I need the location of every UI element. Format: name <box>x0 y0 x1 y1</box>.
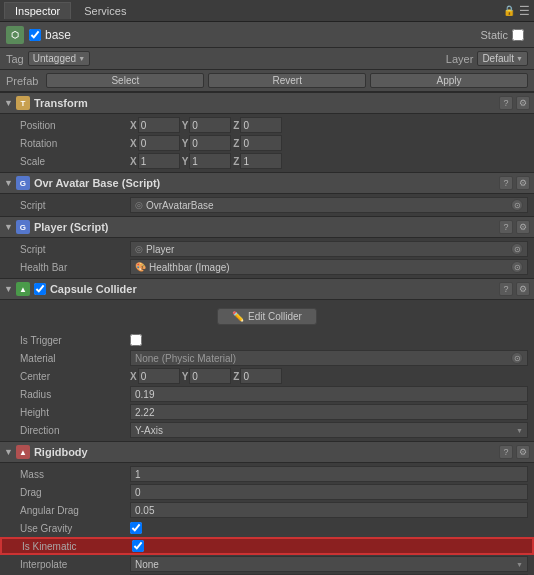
scale-x[interactable] <box>138 153 180 169</box>
rigidbody-props: Mass Drag Angular Drag Use Gravity Is Ki… <box>0 463 534 575</box>
transform-title: Transform <box>34 97 499 109</box>
health-bar-value: Healthbar (Image) <box>149 262 230 273</box>
hb-ref-btn[interactable]: ⊙ <box>511 261 523 273</box>
active-checkbox[interactable] <box>29 29 41 41</box>
trigger-checkbox[interactable] <box>130 334 142 346</box>
apply-button[interactable]: Apply <box>370 73 528 88</box>
radius-field[interactable] <box>130 386 528 402</box>
edit-collider-icon: ✏️ <box>232 311 244 322</box>
menu-icon[interactable]: ☰ <box>519 4 530 18</box>
direction-value: Y-Axis <box>135 425 163 436</box>
collider-active-checkbox[interactable] <box>34 283 46 295</box>
edit-collider-button[interactable]: ✏️ Edit Collider <box>217 308 317 325</box>
use-gravity-label: Use Gravity <box>20 523 130 534</box>
player-gear-btn[interactable]: ⚙ <box>516 220 530 234</box>
collider-gear-btn[interactable]: ⚙ <box>516 282 530 296</box>
trigger-row: Is Trigger <box>0 331 534 349</box>
material-label: Material <box>20 353 130 364</box>
center-xyz: X Y Z <box>130 368 528 384</box>
collider-title: Capsule Collider <box>50 283 499 295</box>
ovr-script-row: Script ◎ OvrAvatarBase ⊙ <box>0 196 534 214</box>
rigidbody-arrow: ▼ <box>4 447 13 457</box>
player-script-value: Player <box>146 244 174 255</box>
revert-button[interactable]: Revert <box>208 73 366 88</box>
drag-row: Drag <box>0 483 534 501</box>
rotation-x[interactable] <box>138 135 180 151</box>
position-z[interactable] <box>240 117 282 133</box>
object-name: base <box>45 28 480 42</box>
center-y[interactable] <box>189 368 231 384</box>
health-bar-label: Health Bar <box>20 262 130 273</box>
material-field[interactable]: None (Physic Material) ⊙ <box>130 350 528 366</box>
player-script-row: Script ◎ Player ⊙ <box>0 240 534 258</box>
player-script-label: Script <box>20 244 130 255</box>
drag-label: Drag <box>20 487 130 498</box>
direction-dropdown[interactable]: Y-Axis <box>130 422 528 438</box>
tag-dropdown[interactable]: Untagged <box>28 51 90 66</box>
transform-section-header[interactable]: ▼ T Transform ? ⚙ <box>0 92 534 114</box>
ovr-info-btn[interactable]: ? <box>499 176 513 190</box>
object-icon: ⬡ <box>6 26 24 44</box>
angular-drag-label: Angular Drag <box>20 505 130 516</box>
select-button[interactable]: Select <box>46 73 204 88</box>
angular-drag-row: Angular Drag <box>0 501 534 519</box>
player-section-header[interactable]: ▼ G Player (Script) ? ⚙ <box>0 216 534 238</box>
transform-arrow: ▼ <box>4 98 13 108</box>
ovr-script-label: Script <box>20 200 130 211</box>
scale-z[interactable] <box>240 153 282 169</box>
direction-row: Direction Y-Axis <box>0 421 534 439</box>
interpolate-dropdown[interactable]: None <box>130 556 528 572</box>
ovr-section-header[interactable]: ▼ G Ovr Avatar Base (Script) ? ⚙ <box>0 172 534 194</box>
collider-info-btn[interactable]: ? <box>499 282 513 296</box>
prefab-label: Prefab <box>6 75 38 87</box>
use-gravity-row: Use Gravity <box>0 519 534 537</box>
tab-inspector[interactable]: Inspector <box>4 2 71 19</box>
position-x[interactable] <box>138 117 180 133</box>
interpolate-label: Interpolate <box>20 559 130 570</box>
player-info-btn[interactable]: ? <box>499 220 513 234</box>
mass-label: Mass <box>20 469 130 480</box>
collider-arrow: ▼ <box>4 284 13 294</box>
player-script-ref: ◎ Player ⊙ <box>130 241 528 257</box>
rigidbody-gear-btn[interactable]: ⚙ <box>516 445 530 459</box>
position-y[interactable] <box>189 117 231 133</box>
player-ref-btn[interactable]: ⊙ <box>511 243 523 255</box>
lock-icon[interactable]: 🔒 <box>503 5 515 16</box>
radius-label: Radius <box>20 389 130 400</box>
player-arrow: ▼ <box>4 222 13 232</box>
position-xyz: X Y Z <box>130 117 528 133</box>
direction-label: Direction <box>20 425 130 436</box>
ovr-gear-btn[interactable]: ⚙ <box>516 176 530 190</box>
height-field[interactable] <box>130 404 528 420</box>
health-bar-row: Health Bar 🎨 Healthbar (Image) ⊙ <box>0 258 534 276</box>
rotation-row: Rotation X Y Z <box>0 134 534 152</box>
object-header: ⬡ base Static <box>0 22 534 48</box>
material-row: Material None (Physic Material) ⊙ <box>0 349 534 367</box>
tab-services[interactable]: Services <box>73 2 137 19</box>
ovr-ref-btn[interactable]: ⊙ <box>511 199 523 211</box>
scale-y[interactable] <box>189 153 231 169</box>
is-kinematic-checkbox[interactable] <box>132 540 144 552</box>
rotation-y[interactable] <box>189 135 231 151</box>
center-row: Center X Y Z <box>0 367 534 385</box>
rigidbody-info-btn[interactable]: ? <box>499 445 513 459</box>
drag-field[interactable] <box>130 484 528 500</box>
collider-section-header[interactable]: ▼ ▲ Capsule Collider ? ⚙ <box>0 278 534 300</box>
rigidbody-icon: ▲ <box>16 445 30 459</box>
collider-icon: ▲ <box>16 282 30 296</box>
inspector-panel: ⬡ base Static Tag Untagged Layer Default… <box>0 22 534 575</box>
center-z[interactable] <box>240 368 282 384</box>
layer-dropdown[interactable]: Default <box>477 51 528 66</box>
mass-field[interactable] <box>130 466 528 482</box>
static-checkbox[interactable] <box>512 29 524 41</box>
transform-info-btn[interactable]: ? <box>499 96 513 110</box>
use-gravity-checkbox[interactable] <box>130 522 142 534</box>
transform-gear-btn[interactable]: ⚙ <box>516 96 530 110</box>
rigidbody-section-header[interactable]: ▼ ▲ Rigidbody ? ⚙ <box>0 441 534 463</box>
material-value: None (Physic Material) <box>135 353 236 364</box>
rotation-z[interactable] <box>240 135 282 151</box>
angular-drag-field[interactable] <box>130 502 528 518</box>
material-ref-btn[interactable]: ⊙ <box>511 352 523 364</box>
center-x[interactable] <box>138 368 180 384</box>
collider-props: ✏️ Edit Collider Is Trigger Material Non… <box>0 300 534 441</box>
